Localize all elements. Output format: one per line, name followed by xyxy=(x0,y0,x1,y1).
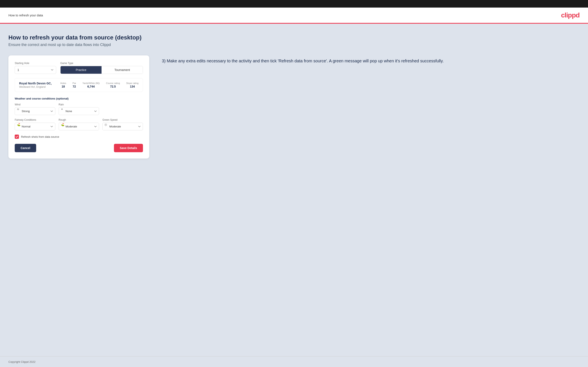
slope-rating-stat: Slope rating 134 xyxy=(126,82,138,88)
spacer xyxy=(102,103,143,115)
green-speed-group: Green Speed ◎ Moderate xyxy=(102,118,143,130)
course-location: Westward Ho!, England xyxy=(19,85,52,88)
par-value: 72 xyxy=(72,85,76,88)
header: How to refresh your data clippd xyxy=(0,8,588,24)
starting-hole-group: Starting Hole 1 xyxy=(15,62,56,74)
yards-label: Yards/White (M)) xyxy=(82,82,100,84)
conditions-title: Weather and course conditions (optional) xyxy=(15,97,143,100)
course-rating-label: Course rating xyxy=(106,82,120,84)
course-rating-value: 72.5 xyxy=(106,85,120,88)
form-row-top: Starting Hole 1 Game Type Practice Tourn… xyxy=(15,62,143,74)
refresh-checkbox-label: Refresh shots from data source xyxy=(21,135,59,138)
par-stat: Par 72 xyxy=(72,82,76,88)
page-subheading: Ensure the correct and most up to date d… xyxy=(9,43,579,47)
fairway-select[interactable]: Normal xyxy=(15,123,55,130)
course-info-card: Royal North Devon GC, Westward Ho!, Engl… xyxy=(15,78,143,92)
refresh-checkbox-row: Refresh shots from data source xyxy=(15,134,143,139)
holes-label: Holes xyxy=(60,82,66,84)
footer: Copyright Clippd 2022 xyxy=(0,356,588,367)
wind-label: Wind xyxy=(15,103,55,106)
fairway-label: Fairway Conditions xyxy=(15,118,55,121)
instruction-text: 3) Make any extra edits necessary to the… xyxy=(162,55,579,64)
save-button[interactable]: Save Details xyxy=(114,144,143,152)
conditions-row-2: Fairway Conditions ⛳ Normal Rough ⛳ Mode… xyxy=(15,118,143,130)
rain-select[interactable]: None xyxy=(59,107,99,115)
game-type-buttons: Practice Tournament xyxy=(60,66,143,74)
rain-label: Rain xyxy=(59,103,99,106)
wind-select[interactable]: Strong xyxy=(15,107,55,115)
refresh-checkbox[interactable] xyxy=(15,134,19,139)
rough-label: Rough xyxy=(59,118,99,121)
wind-rain-row: Wind ≋ Strong Rain ✦ None xyxy=(15,103,143,115)
green-speed-select[interactable]: Moderate xyxy=(102,123,143,130)
course-details: Royal North Devon GC, Westward Ho!, Engl… xyxy=(19,82,52,88)
yards-stat: Yards/White (M)) 6,744 xyxy=(82,82,100,88)
game-type-group: Game Type Practice Tournament xyxy=(60,62,143,74)
rain-group: Rain ✦ None xyxy=(59,103,99,115)
holes-value: 18 xyxy=(60,85,66,88)
instruction-paragraph: 3) Make any extra edits necessary to the… xyxy=(162,58,579,64)
header-title: How to refresh your data xyxy=(9,13,43,17)
form-actions: Cancel Save Details xyxy=(15,144,143,152)
yards-value: 6,744 xyxy=(82,85,100,88)
practice-button[interactable]: Practice xyxy=(61,66,102,74)
course-rating-stat: Course rating 72.5 xyxy=(106,82,120,88)
slope-rating-label: Slope rating xyxy=(126,82,138,84)
main-content: How to refresh your data from source (de… xyxy=(0,24,588,356)
slope-rating-value: 134 xyxy=(126,85,138,88)
check-icon xyxy=(16,135,18,138)
par-label: Par xyxy=(72,82,76,84)
course-name: Royal North Devon GC, xyxy=(19,82,52,85)
tournament-button[interactable]: Tournament xyxy=(102,66,143,74)
cancel-button[interactable]: Cancel xyxy=(15,144,36,152)
starting-hole-label: Starting Hole xyxy=(15,62,56,65)
starting-hole-select[interactable]: 1 xyxy=(15,66,56,74)
copyright: Copyright Clippd 2022 xyxy=(9,360,35,363)
content-row: Starting Hole 1 Game Type Practice Tourn… xyxy=(9,55,579,158)
green-speed-label: Green Speed xyxy=(102,118,143,121)
holes-stat: Holes 18 xyxy=(60,82,66,88)
wind-group: Wind ≋ Strong xyxy=(15,103,55,115)
rough-group: Rough ⛳ Moderate xyxy=(59,118,99,130)
course-stats: Holes 18 Par 72 Yards/White (M)) 6,744 C… xyxy=(60,82,138,88)
logo: clippd xyxy=(561,11,579,19)
fairway-group: Fairway Conditions ⛳ Normal xyxy=(15,118,55,130)
top-bar xyxy=(0,0,588,8)
rough-select[interactable]: Moderate xyxy=(59,123,99,130)
game-type-label: Game Type xyxy=(60,62,143,65)
page-heading: How to refresh your data from source (de… xyxy=(9,34,579,41)
form-card: Starting Hole 1 Game Type Practice Tourn… xyxy=(9,55,149,158)
